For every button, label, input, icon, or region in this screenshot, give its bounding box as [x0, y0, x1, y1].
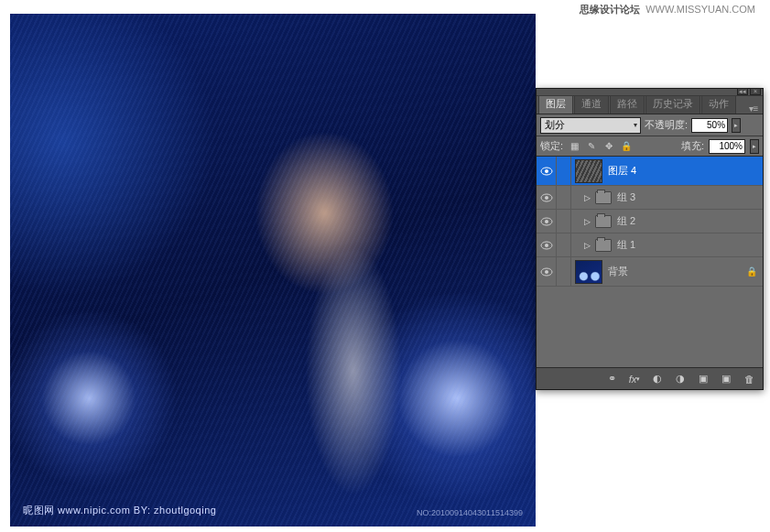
mask-icon[interactable]: ◐ [647, 371, 667, 387]
tab-paths[interactable]: 路径 [610, 93, 645, 114]
lock-icon: 🔒 [746, 266, 757, 277]
layer-row[interactable]: 图层 4 [537, 157, 763, 186]
image-watermark-left: 昵图网 www.nipic.com BY: zhoutlgoqing [23, 504, 216, 517]
fill-input[interactable] [709, 139, 745, 154]
eye-icon [540, 267, 553, 277]
panel-grip[interactable]: ◂◂ × [537, 89, 763, 96]
link-layers-icon[interactable]: ⚭ [602, 371, 622, 387]
link-col [557, 233, 571, 256]
close-icon[interactable]: × [750, 88, 761, 95]
svg-point-1 [545, 169, 548, 173]
folder-icon [595, 191, 612, 204]
trash-icon[interactable]: 🗑 [739, 371, 759, 387]
layer-name[interactable]: 图层 4 [606, 164, 636, 178]
link-col [557, 210, 571, 233]
tab-layers[interactable]: 图层 [538, 93, 573, 114]
disclosure-triangle-icon[interactable]: ▷ [582, 241, 591, 250]
eye-icon [540, 193, 553, 202]
opacity-flyout-icon[interactable]: ▸ [732, 118, 741, 133]
link-col [557, 257, 571, 286]
layer-name[interactable]: 组 3 [615, 190, 635, 204]
eye-icon [540, 217, 553, 226]
eye-icon [540, 167, 553, 176]
svg-point-3 [545, 196, 548, 200]
lock-pixels-icon[interactable]: ✎ [585, 140, 598, 153]
new-layer-icon[interactable]: ▣ [716, 371, 736, 387]
blend-mode-value: 划分 [545, 118, 565, 132]
visibility-toggle[interactable] [537, 257, 557, 286]
image-watermark-right: NO:20100914043011514399 [417, 508, 523, 517]
visibility-toggle[interactable] [537, 186, 557, 209]
link-col [557, 186, 571, 209]
tab-history[interactable]: 历史记录 [645, 93, 700, 114]
fx-icon[interactable]: fx▾ [624, 371, 645, 387]
layer-row[interactable]: 背景 🔒 [537, 257, 763, 287]
opacity-label: 不透明度: [645, 118, 688, 132]
chevron-down-icon: ▾ [634, 121, 637, 129]
svg-point-5 [545, 220, 548, 223]
panel-menu-icon[interactable]: ▾≡ [748, 103, 763, 114]
layer-thumbnail[interactable] [575, 260, 602, 284]
collapse-icon[interactable]: ◂◂ [737, 88, 748, 95]
layer-name[interactable]: 背景 [606, 265, 628, 278]
page-watermark: 思缘设计论坛WWW.MISSYUAN.COM [580, 3, 755, 16]
opacity-input[interactable] [691, 118, 728, 133]
visibility-toggle[interactable] [537, 157, 557, 185]
visibility-toggle[interactable] [537, 210, 557, 233]
eye-icon [540, 241, 553, 250]
group-icon[interactable]: ▣ [693, 371, 713, 387]
layer-name[interactable]: 组 2 [615, 214, 635, 228]
lock-transparency-icon[interactable]: ▦ [568, 140, 580, 153]
tab-actions[interactable]: 动作 [701, 93, 736, 114]
blend-opacity-row: 划分 ▾ 不透明度: ▸ [537, 114, 763, 136]
lock-position-icon[interactable]: ✥ [602, 140, 615, 153]
blend-mode-select[interactable]: 划分 ▾ [540, 117, 641, 134]
fill-flyout-icon[interactable]: ▸ [750, 139, 759, 154]
svg-point-7 [545, 244, 548, 247]
svg-point-9 [545, 270, 548, 274]
layers-panel: ◂◂ × 图层 通道 路径 历史记录 动作 ▾≡ 划分 ▾ 不透明度: ▸ 锁定… [536, 88, 764, 390]
layer-name[interactable]: 组 1 [615, 238, 635, 252]
lock-label: 锁定: [540, 139, 563, 153]
lock-all-icon[interactable]: 🔒 [620, 140, 633, 153]
fill-label: 填充: [681, 139, 704, 153]
lock-fill-row: 锁定: ▦ ✎ ✥ 🔒 填充: ▸ [537, 136, 763, 157]
layer-thumbnail[interactable] [575, 159, 602, 183]
panel-tabs: 图层 通道 路径 历史记录 动作 ▾≡ [537, 96, 763, 114]
subject-figure [194, 55, 483, 506]
canvas-image [10, 14, 536, 527]
layers-footer: ⚭ fx▾ ◐ ◑ ▣ ▣ 🗑 [537, 367, 763, 389]
document-canvas[interactable]: 昵图网 www.nipic.com BY: zhoutlgoqing NO:20… [10, 14, 536, 527]
layers-list: 图层 4 ▷ 组 3 ▷ 组 2 [537, 157, 763, 367]
layer-row[interactable]: ▷ 组 1 [537, 233, 763, 257]
layer-row[interactable]: ▷ 组 3 [537, 186, 763, 210]
folder-icon [595, 239, 612, 252]
disclosure-triangle-icon[interactable]: ▷ [582, 217, 591, 226]
layer-row[interactable]: ▷ 组 2 [537, 210, 763, 233]
visibility-toggle[interactable] [537, 233, 557, 256]
folder-icon [595, 215, 612, 228]
link-col [557, 157, 571, 185]
disclosure-triangle-icon[interactable]: ▷ [582, 193, 591, 202]
tab-channels[interactable]: 通道 [574, 93, 609, 114]
adjustment-icon[interactable]: ◑ [670, 371, 690, 387]
